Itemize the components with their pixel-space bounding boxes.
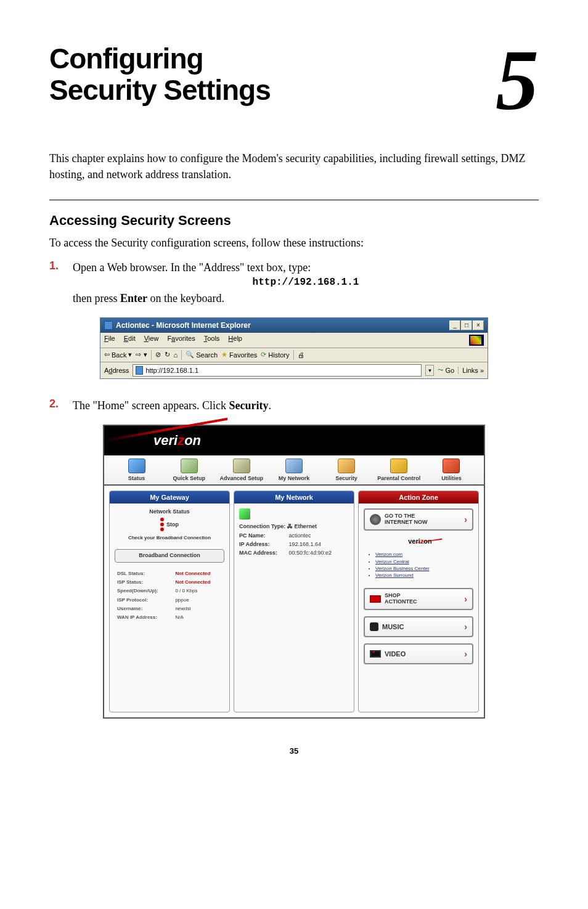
speed-value: 0 / 0 Kbps xyxy=(174,587,223,595)
ie-throbber-icon xyxy=(469,335,484,346)
nav-parental-control[interactable]: Parental Control xyxy=(373,459,425,481)
step-number: 1. xyxy=(49,259,73,306)
protocol-label: ISP Protocol: xyxy=(116,597,173,604)
step-body: Open a Web browser. In the "Address" tex… xyxy=(73,259,539,306)
menu-file[interactable]: File xyxy=(104,335,115,346)
address-dropdown[interactable]: ▼ xyxy=(425,365,434,376)
utilities-icon xyxy=(443,459,460,473)
intro-text: This chapter explains how to configure t… xyxy=(49,150,539,182)
security-icon xyxy=(338,459,355,473)
link-verizon-central[interactable]: Verizon Central xyxy=(369,559,473,565)
go-to-internet-button[interactable]: GO TO THEINTERNET NOW › xyxy=(364,508,473,531)
nav-security[interactable]: Security xyxy=(321,459,373,481)
links-button[interactable]: Links » xyxy=(458,367,484,374)
wanip-value: N/A xyxy=(174,614,223,621)
maximize-button[interactable]: □ xyxy=(461,320,472,330)
ie-toolbar: ⇦Back ▾ ⇨ ▾ ⊘ ↻ ⌂ 🔍Search ★Favorites ⟳Hi… xyxy=(100,348,488,362)
shop-icon xyxy=(370,595,381,603)
step1-text-before: Open a Web browser. In the "Address" tex… xyxy=(73,261,311,274)
verizon-links-list: Verizon.com Verizon Central Verizon Busi… xyxy=(364,552,473,579)
title-line1: Configuring xyxy=(49,43,203,75)
go-button[interactable]: ⤳Go xyxy=(438,366,454,374)
conn-type-label: Connection Type: xyxy=(239,523,285,529)
quick-setup-icon xyxy=(181,459,198,473)
page-number: 35 xyxy=(49,746,539,756)
nav-quick-setup[interactable]: Quick Setup xyxy=(163,459,215,481)
broadband-connection-button[interactable]: Broadband Connection xyxy=(115,549,224,563)
nav-status[interactable]: Status xyxy=(110,459,163,481)
mac-label: MAC Address: xyxy=(239,550,287,557)
network-status-title: Network Status xyxy=(115,508,224,516)
my-gateway-panel: My Gateway Network Status Stop Check you… xyxy=(109,491,230,712)
chevron-right-icon: › xyxy=(464,621,467,632)
speed-label: Speed(Down/Up): xyxy=(116,587,173,595)
advanced-setup-icon xyxy=(233,459,250,473)
link-verizon-business[interactable]: Verizon Business Center xyxy=(369,566,473,572)
link-verizon-surround[interactable]: Verizon Surround xyxy=(369,573,473,579)
print-icon[interactable]: 🖨 xyxy=(298,351,304,359)
back-button[interactable]: ⇦Back ▾ xyxy=(104,351,132,359)
menu-tools[interactable]: Tools xyxy=(204,335,220,346)
step1-text-after-b: on the keyboard. xyxy=(147,292,224,304)
menu-edit[interactable]: Edit xyxy=(124,335,136,346)
home-header: verizon xyxy=(104,426,484,455)
nav-my-network[interactable]: My Network xyxy=(267,459,320,481)
ie-menubar: File Edit View Favorites Tools Help xyxy=(100,333,488,348)
action-zone-header: Action Zone xyxy=(359,491,478,503)
my-network-icon xyxy=(285,459,303,473)
verizon-logo: verizon xyxy=(153,433,201,449)
mac-value: 00:50:fc:4d:90:e2 xyxy=(289,550,332,556)
menu-favorites[interactable]: Favorites xyxy=(167,335,195,346)
username-value: newdsl xyxy=(174,605,223,613)
my-gateway-header: My Gateway xyxy=(110,491,229,503)
address-value: http://192.168.1.1 xyxy=(145,367,198,374)
chapter-header: Configuring Security Settings 5 xyxy=(49,43,539,116)
step2-text-a: The "Home" screen appears. Click xyxy=(73,399,229,412)
music-button[interactable]: MUSIC › xyxy=(364,616,473,637)
check-broadband-label: Check your Broadband Connection xyxy=(115,535,224,541)
connection-icon xyxy=(239,508,250,520)
video-button[interactable]: VIDEO › xyxy=(364,643,473,664)
gateway-status-table: DSL Status:Not Connected ISP Status:Not … xyxy=(115,569,224,623)
minimize-button[interactable]: _ xyxy=(449,320,460,330)
step-1: 1. Open a Web browser. In the "Address" … xyxy=(49,259,539,306)
forward-button[interactable]: ⇨ ▾ xyxy=(136,351,147,359)
menu-help[interactable]: Help xyxy=(228,335,242,346)
search-button[interactable]: 🔍Search xyxy=(186,351,218,359)
conn-type-value: Ethernet xyxy=(294,523,317,529)
ethernet-icon: 🖧 xyxy=(287,523,293,529)
step-body: The "Home" screen appears. Click Securit… xyxy=(73,397,539,414)
menu-view[interactable]: View xyxy=(144,335,159,346)
action-zone-panel: Action Zone GO TO THEINTERNET NOW › veri… xyxy=(358,491,479,712)
favorites-button[interactable]: ★Favorites xyxy=(221,351,257,359)
ie-addressbar: Address http://192.168.1.1 ▼ ⤳Go Links » xyxy=(100,362,488,378)
panels-row: My Gateway Network Status Stop Check you… xyxy=(104,486,484,717)
security-word: Security xyxy=(229,399,269,412)
refresh-icon[interactable]: ↻ xyxy=(165,351,170,359)
shop-actiontec-button[interactable]: SHOPACTIONTEC › xyxy=(364,588,473,610)
section-body: To access the Security configuration scr… xyxy=(49,235,539,251)
ip-label: IP Address: xyxy=(239,541,287,548)
address-input[interactable]: http://192.168.1.1 xyxy=(133,364,422,377)
close-button[interactable]: × xyxy=(473,320,484,330)
stop-icon[interactable]: ⊘ xyxy=(155,351,161,359)
title-line2: Security Settings xyxy=(49,74,271,106)
nav-advanced-setup[interactable]: Advanced Setup xyxy=(215,459,267,481)
section-heading: Accessing Security Screens xyxy=(49,213,539,229)
home-icon[interactable]: ⌂ xyxy=(174,351,178,359)
ip-value: 192.168.1.64 xyxy=(289,541,322,547)
enter-key: Enter xyxy=(120,292,147,304)
chapter-title: Configuring Security Settings xyxy=(49,43,271,105)
step1-url: http://192.168.1.1 xyxy=(73,275,539,290)
page-icon xyxy=(136,366,143,375)
pcname-value: actiontec xyxy=(289,532,311,539)
link-verizon-com[interactable]: Verizon.com xyxy=(369,552,473,558)
globe-icon xyxy=(370,514,381,525)
pcname-label: PC Name: xyxy=(239,532,287,540)
history-button[interactable]: ⟳History xyxy=(261,351,289,359)
home-screenshot: verizon Status Quick Setup Advanced Setu… xyxy=(103,425,485,719)
nav-utilities[interactable]: Utilities xyxy=(425,459,478,481)
chevron-right-icon: › xyxy=(464,593,467,605)
section-divider xyxy=(49,200,539,200)
music-icon xyxy=(370,622,378,631)
